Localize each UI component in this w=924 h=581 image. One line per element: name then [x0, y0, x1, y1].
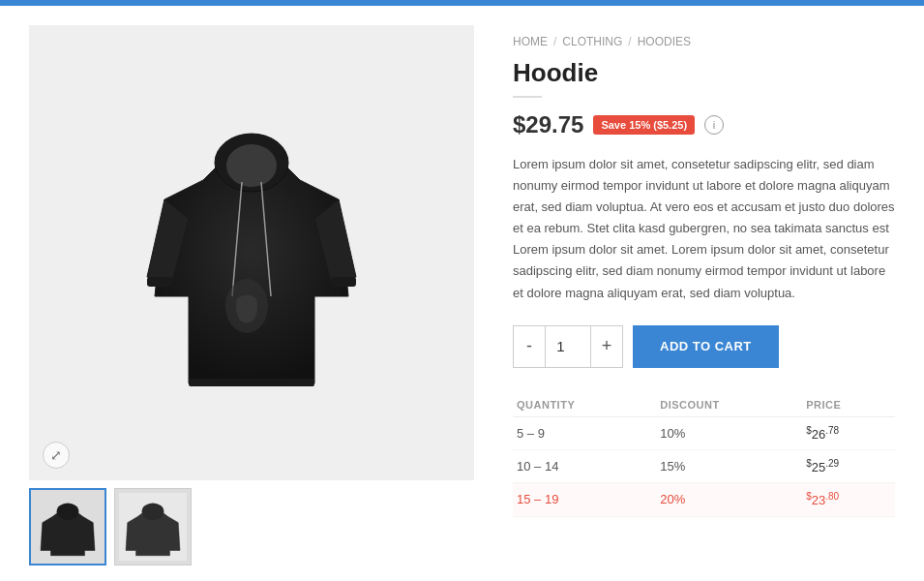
- product-description: Lorem ipsum dolor sit amet, consetetur s…: [513, 154, 895, 304]
- breadcrumb-home[interactable]: HOME: [513, 35, 548, 48]
- cell-price: $23.80: [802, 483, 895, 516]
- breadcrumb-sep2: /: [628, 35, 631, 48]
- thumbnails: [29, 488, 474, 566]
- table-row: 10 – 1415%$25.29: [513, 449, 895, 482]
- hoodie-image: [145, 103, 358, 403]
- cell-discount: 10%: [656, 416, 802, 449]
- cell-price: $26.78: [802, 416, 895, 449]
- breadcrumb-clothing[interactable]: CLOTHING: [562, 35, 622, 48]
- cell-quantity: 5 – 9: [513, 416, 656, 449]
- quantity-decrease-button[interactable]: -: [513, 325, 546, 368]
- product-price: $29.75: [513, 111, 583, 138]
- quantity-input[interactable]: [546, 325, 590, 368]
- breadcrumb-current: HOODIES: [638, 35, 691, 48]
- svg-rect-5: [147, 277, 172, 287]
- cell-quantity: 10 – 14: [513, 449, 656, 482]
- cell-discount: 20%: [656, 483, 802, 516]
- expand-icon[interactable]: ⤢: [43, 442, 70, 469]
- col-header-discount: DISCOUNT: [656, 393, 802, 417]
- product-gallery: ⤢: [29, 25, 474, 566]
- svg-point-9: [57, 504, 79, 521]
- price-info-icon[interactable]: i: [704, 115, 724, 135]
- discount-badge: Save 15% ($5.25): [593, 115, 695, 135]
- thumbnail-1[interactable]: [29, 488, 106, 566]
- product-title: Hoodie: [513, 58, 895, 88]
- col-header-price: PRICE: [802, 393, 895, 417]
- pricing-table: QUANTITY DISCOUNT PRICE 5 – 910%$26.7810…: [513, 393, 895, 517]
- cell-quantity: 15 – 19: [513, 483, 656, 516]
- cell-discount: 15%: [656, 449, 802, 482]
- svg-point-1: [226, 144, 277, 187]
- product-info: HOME / CLOTHING / HOODIES Hoodie $29.75 …: [513, 25, 895, 566]
- svg-rect-7: [189, 379, 314, 386]
- table-row: 5 – 910%$26.78: [513, 416, 895, 449]
- thumbnail-2[interactable]: [114, 488, 192, 566]
- breadcrumb: HOME / CLOTHING / HOODIES: [513, 35, 895, 48]
- svg-rect-6: [331, 277, 356, 287]
- add-to-cart-row: - + ADD TO CART: [513, 325, 895, 368]
- breadcrumb-sep1: /: [553, 35, 556, 48]
- add-to-cart-button[interactable]: ADD TO CART: [633, 325, 779, 368]
- quantity-increase-button[interactable]: +: [590, 325, 623, 368]
- col-header-quantity: QUANTITY: [513, 393, 656, 417]
- price-row: $29.75 Save 15% ($5.25) i: [513, 111, 895, 138]
- main-image: ⤢: [29, 25, 474, 480]
- svg-point-11: [142, 504, 164, 521]
- cell-price: $25.29: [802, 449, 895, 482]
- title-divider: [513, 96, 542, 98]
- table-row: 15 – 1920%$23.80: [513, 483, 895, 516]
